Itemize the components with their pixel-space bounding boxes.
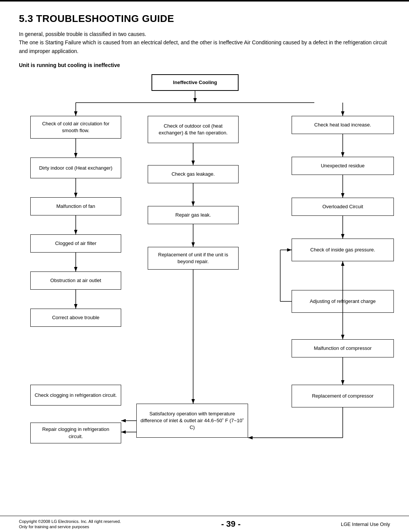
box-left2: Dirty indoor coil (Heat exchanger) bbox=[30, 158, 121, 178]
box-right7: Replacement of compressor bbox=[292, 385, 394, 407]
box-bottom-left1: Check clogging in refrigeration circuit. bbox=[30, 385, 121, 406]
footer-training: Only for training and service purposes bbox=[19, 524, 121, 529]
footer: Copyright ©2008 LG Electronics. Inc. All… bbox=[0, 516, 409, 532]
box-right1: Check heat load increase. bbox=[292, 116, 394, 134]
footer-left: Copyright ©2008 LG Electronics. Inc. All… bbox=[19, 519, 121, 529]
box-right2: Unexpected residue bbox=[292, 157, 394, 175]
box-center1: Check of outdoor coil (heat exchanger) &… bbox=[148, 116, 239, 143]
flowchart-container: Ineffective Cooling Check of cold air ci… bbox=[19, 74, 390, 472]
box-left6: Correct above trouble bbox=[30, 309, 121, 327]
box-center2: Check gas leakage. bbox=[148, 165, 239, 183]
footer-copyright: Copyright ©2008 LG Electronics. Inc. All… bbox=[19, 519, 121, 524]
box-center-bottom: Satisfactory operation with temperature … bbox=[136, 404, 248, 438]
sub-heading: Unit is running but cooling is ineffecti… bbox=[19, 62, 390, 68]
box-right3: Overloaded Circuit bbox=[292, 198, 394, 216]
footer-page-number: - 39 - bbox=[221, 519, 240, 529]
box-bottom-left2: Repair clogging in refrigeration circuit… bbox=[30, 423, 121, 443]
section-title: 5.3 TROUBLESHOOTING GUIDE bbox=[19, 13, 390, 25]
box-center3: Repair gas leak. bbox=[148, 206, 239, 224]
box-left5: Obstruction at air outlet bbox=[30, 271, 121, 290]
box-right5: Adjusting of refrigerant charge bbox=[292, 290, 394, 313]
box-left4: Clogged of air filter bbox=[30, 234, 121, 253]
intro-text: In general, possible trouble is classifi… bbox=[19, 30, 390, 55]
box-right4: Check of inside gas pressure. bbox=[292, 239, 394, 261]
box-center4: Replacement of unit if the unit is beyon… bbox=[148, 247, 239, 270]
content-area: 5.3 TROUBLESHOOTING GUIDE In general, po… bbox=[0, 2, 409, 516]
box-ineffective-cooling: Ineffective Cooling bbox=[151, 74, 239, 91]
box-left1: Check of cold air circulation for smooth… bbox=[30, 116, 121, 139]
box-left3: Malfunction of fan bbox=[30, 197, 121, 215]
intro-line1: In general, possible trouble is classifi… bbox=[19, 30, 390, 38]
page-wrapper: 5.3 TROUBLESHOOTING GUIDE In general, po… bbox=[0, 0, 409, 532]
footer-right: LGE Internal Use Only bbox=[341, 521, 390, 527]
intro-line2: The one is Starting Failure which is cau… bbox=[19, 38, 390, 55]
box-right6: Malfunction of compressor bbox=[292, 339, 394, 357]
